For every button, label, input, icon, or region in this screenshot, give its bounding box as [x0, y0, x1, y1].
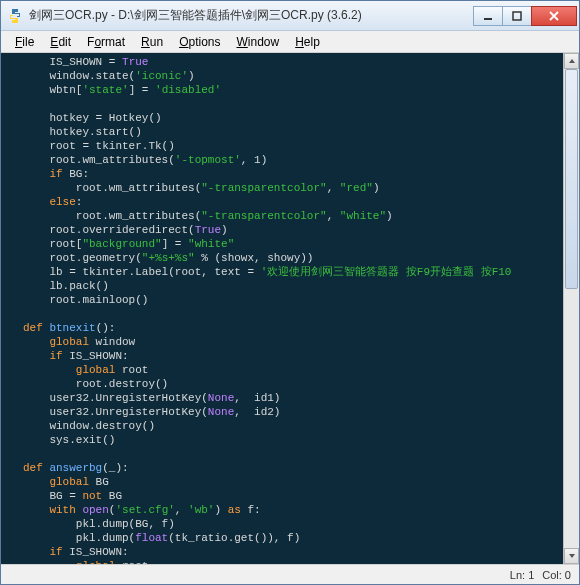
maximize-icon	[512, 11, 522, 21]
editor-area[interactable]: IS_SHOWN = True window.state('iconic') w…	[1, 53, 579, 564]
window-title: 剑网三OCR.py - D:\剑网三智能答题插件\剑网三OCR.py (3.6.…	[29, 7, 474, 24]
scroll-down-button[interactable]	[564, 548, 579, 564]
minimize-icon	[483, 11, 493, 21]
status-col: Col: 0	[542, 569, 571, 581]
svg-rect-0	[484, 18, 492, 20]
scroll-up-button[interactable]	[564, 53, 579, 69]
statusbar: Ln: 1 Col: 0	[1, 564, 579, 584]
menu-options[interactable]: Options	[171, 33, 228, 51]
close-button[interactable]	[531, 6, 577, 26]
menubar: File Edit Format Run Options Window Help	[1, 31, 579, 53]
python-icon	[7, 8, 23, 24]
menu-file[interactable]: File	[7, 33, 42, 51]
menu-window[interactable]: Window	[229, 33, 288, 51]
menu-edit[interactable]: Edit	[42, 33, 79, 51]
idle-window: 剑网三OCR.py - D:\剑网三智能答题插件\剑网三OCR.py (3.6.…	[0, 0, 580, 585]
menu-run[interactable]: Run	[133, 33, 171, 51]
menu-format[interactable]: Format	[79, 33, 133, 51]
titlebar[interactable]: 剑网三OCR.py - D:\剑网三智能答题插件\剑网三OCR.py (3.6.…	[1, 1, 579, 31]
svg-rect-1	[513, 12, 521, 20]
vertical-scrollbar[interactable]	[563, 53, 579, 564]
scrollbar-thumb[interactable]	[565, 69, 578, 289]
close-icon	[548, 11, 560, 21]
chevron-up-icon	[568, 57, 576, 65]
code-content[interactable]: IS_SHOWN = True window.state('iconic') w…	[1, 53, 579, 564]
maximize-button[interactable]	[502, 6, 532, 26]
status-line: Ln: 1	[510, 569, 534, 581]
chevron-down-icon	[568, 552, 576, 560]
minimize-button[interactable]	[473, 6, 503, 26]
menu-help[interactable]: Help	[287, 33, 328, 51]
window-controls	[474, 6, 577, 26]
